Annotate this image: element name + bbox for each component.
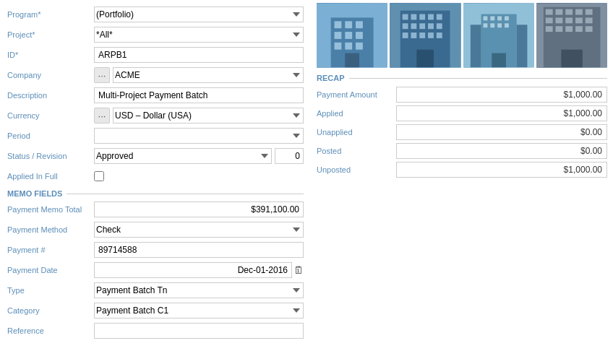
category-row: Category Payment Batch C1 [7,302,304,319]
applied-full-row: Applied In Full [7,168,304,185]
payment-date-input[interactable] [94,262,292,278]
svg-rect-33 [516,25,527,67]
reference-row: Reference [7,322,304,339]
unposted-value: $1,000.00 [396,162,607,178]
svg-rect-21 [420,23,426,29]
svg-rect-10 [356,43,363,50]
svg-rect-46 [555,9,562,15]
posted-value: $0.00 [396,143,607,159]
svg-rect-6 [345,32,352,39]
payment-number-input[interactable] [94,242,304,258]
type-select[interactable]: Payment Batch Tn [94,282,304,298]
applied-value: $1,000.00 [396,105,607,121]
reference-label: Reference [7,326,94,335]
svg-rect-50 [546,17,553,23]
svg-rect-15 [411,14,417,20]
memo-fields-divider: MEMO FIELDS [7,189,304,198]
posted-label: Posted [317,147,396,155]
building-image-4 [536,3,607,68]
svg-rect-27 [428,32,434,38]
applied-label: Applied [317,109,396,118]
payment-amount-label: Payment Amount [317,90,396,99]
recap-title: RECAP [317,74,607,82]
description-row: Description [7,87,304,104]
building-images [317,3,607,68]
reference-input[interactable] [94,323,304,339]
svg-rect-54 [586,17,593,23]
svg-rect-36 [497,16,502,20]
svg-rect-34 [483,16,487,20]
svg-rect-51 [555,17,562,23]
program-select[interactable]: (Portfolio) [94,6,304,22]
building-image-2 [390,3,460,68]
id-row: ID* [7,46,304,64]
description-label: Description [7,91,94,100]
svg-rect-4 [356,21,363,28]
svg-rect-39 [490,23,494,27]
svg-rect-37 [504,16,508,20]
period-label: Period [7,131,94,140]
svg-rect-9 [345,43,352,50]
applied-full-label: Applied In Full [7,172,94,181]
payment-method-row: Payment Method Check [7,221,304,238]
svg-rect-55 [546,26,553,32]
svg-rect-52 [565,17,573,23]
period-select[interactable] [94,128,304,144]
project-label: Project* [7,30,94,39]
svg-rect-40 [497,23,502,27]
payment-amount-row: Payment Amount $1,000.00 [317,87,607,103]
payment-number-row: Payment # [7,241,304,259]
payment-number-label: Payment # [7,246,94,254]
svg-rect-48 [575,9,583,15]
svg-rect-59 [586,26,593,32]
svg-rect-58 [575,26,583,32]
svg-rect-29 [417,50,434,68]
currency-select[interactable]: USD – Dollar (USA) [113,108,304,124]
unapplied-value: $0.00 [396,124,607,140]
svg-rect-17 [428,14,434,20]
svg-rect-3 [345,21,352,28]
svg-rect-26 [420,32,426,38]
payment-date-label: Payment Date [7,266,94,274]
period-row: Period [7,127,304,144]
category-select[interactable]: Payment Batch C1 [94,303,304,318]
company-dots-button[interactable]: ··· [94,67,110,83]
svg-rect-35 [490,16,494,20]
description-input[interactable] [94,87,304,103]
id-label: ID* [7,51,94,59]
building-image-3 [463,3,534,68]
svg-rect-42 [492,53,506,68]
program-label: Program* [7,10,94,19]
unapplied-label: Unapplied [317,128,396,136]
program-row: Program* (Portfolio) [7,6,304,23]
company-select[interactable]: ACME [113,67,304,83]
svg-rect-2 [335,21,342,28]
status-row: Status / Revision Approved [7,147,304,165]
svg-rect-14 [403,14,408,20]
svg-rect-8 [335,43,342,50]
category-label: Category [7,306,94,315]
svg-rect-22 [428,23,434,29]
applied-row: Applied $1,000.00 [317,105,607,121]
svg-rect-53 [575,17,583,23]
svg-rect-23 [437,23,442,29]
company-row: Company ··· ACME [7,66,304,84]
building-image-1 [317,3,387,68]
svg-rect-18 [437,14,442,20]
type-row: Type Payment Batch Tn [7,282,304,299]
applied-full-checkbox[interactable] [94,171,104,181]
payment-method-label: Payment Method [7,225,94,234]
project-select[interactable]: *All* [94,27,304,43]
currency-label: Currency [7,111,94,120]
payment-memo-input[interactable] [94,202,304,217]
calendar-icon[interactable]: 🗓 [293,264,304,276]
revision-input[interactable] [275,148,304,164]
svg-rect-49 [586,9,593,15]
svg-rect-24 [403,32,408,38]
status-select[interactable]: Approved [94,148,272,164]
payment-method-select[interactable]: Check [94,222,304,238]
currency-dots-button[interactable]: ··· [94,108,110,124]
id-input[interactable] [94,47,304,63]
svg-rect-41 [504,23,508,27]
payment-memo-label: Payment Memo Total [7,205,94,214]
